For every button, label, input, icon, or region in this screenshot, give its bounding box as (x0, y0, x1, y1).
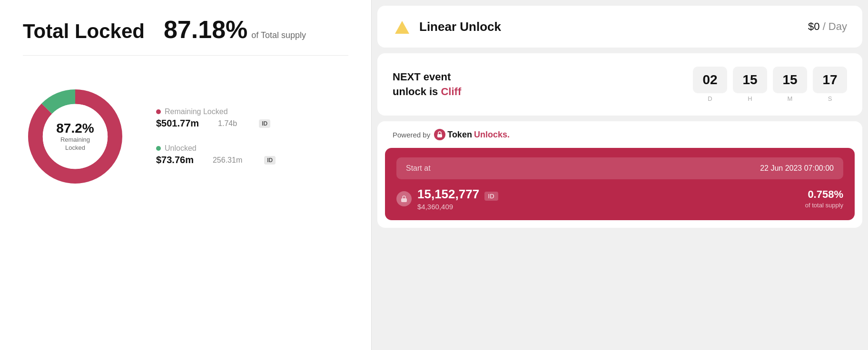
legend-item-unlocked: Unlocked $73.76m 256.31m ID (156, 144, 276, 165)
token-id-badge: ID (484, 192, 498, 201)
countdown-days: 02 D (693, 67, 727, 102)
donut-center: 87.2% RemainingLocked (56, 121, 94, 152)
powered-by-bar: Powered by Token Unlocks. (377, 121, 862, 148)
dot-locked (156, 109, 161, 114)
legend-unlocked-tokens: 256.31m (213, 156, 242, 165)
tu-brand-black: Token (447, 130, 472, 140)
countdown-hours-value: 15 (733, 67, 767, 93)
legend-unlocked-usd: $73.76m (156, 155, 194, 165)
start-at-value: 22 Jun 2023 07:00:00 (760, 164, 834, 173)
countdown-seconds: 17 S (813, 67, 847, 102)
token-pct-label: of total supply (805, 202, 843, 209)
countdown-hours: 15 H (733, 67, 767, 102)
token-icon (396, 191, 412, 206)
countdown-days-value: 02 (693, 67, 727, 93)
token-pct-value: 0.758% (805, 188, 843, 201)
linear-unlock-card: Linear Unlock $0 / Day (377, 6, 862, 48)
countdown-seconds-value: 17 (813, 67, 847, 93)
percentage-value: 87.18% (164, 15, 247, 44)
next-event-label: NEXT event unlock is Cliff (393, 70, 461, 99)
token-amount-main-row: 15,152,777 ID (417, 187, 799, 202)
countdown-hours-label: H (748, 95, 752, 102)
token-amount-row: 15,152,777 ID $4,360,409 0.758% of total… (396, 187, 843, 211)
dot-unlocked (156, 146, 161, 151)
percentage-label: of Total supply (251, 30, 306, 40)
unlock-detail-card: Start at 22 Jun 2023 07:00:00 15,152,777… (385, 148, 855, 220)
tokenunlocks-logo: Token Unlocks. (434, 129, 510, 140)
legend-locked-badge: ID (259, 119, 270, 128)
svg-rect-5 (437, 134, 442, 137)
next-event-card: NEXT event unlock is Cliff 02 D 15 H 15 … (377, 53, 862, 116)
token-pct-block: 0.758% of total supply (805, 188, 843, 209)
unlock-rate: $0 / Day (808, 20, 847, 33)
countdown-minutes-label: M (788, 95, 793, 102)
tu-logo-icon (434, 129, 445, 140)
token-unlocks-card: Powered by Token Unlocks. Start at 22 Ju… (377, 121, 862, 228)
legend-locked-values: $501.77m 1.74b ID (156, 118, 276, 129)
tu-brand-red: Unlocks. (474, 130, 510, 140)
powered-by-label: Powered by (393, 131, 430, 139)
legend-unlocked-values: $73.76m 256.31m ID (156, 155, 276, 165)
token-amount: 15,152,777 (417, 187, 479, 201)
left-content: 87.2% RemainingLocked Remaining Locked $… (23, 84, 348, 189)
token-usd: $4,360,409 (417, 203, 799, 211)
legend-locked-usd: $501.77m (156, 118, 199, 129)
token-lock-icon (400, 194, 408, 203)
svg-rect-6 (401, 198, 407, 202)
legend-locked-tokens: 1.74b (218, 119, 237, 128)
percentage-block: 87.18% of Total supply (164, 15, 306, 44)
linear-unlock-title: Linear Unlock (419, 19, 800, 34)
donut-percentage: 87.2% (56, 121, 94, 136)
tu-lock-icon (436, 131, 444, 138)
legend-locked-label: Remaining Locked (165, 107, 228, 116)
countdown-days-label: D (708, 95, 712, 102)
start-at-label: Start at (406, 164, 431, 173)
svg-marker-4 (395, 21, 409, 34)
legend-unlocked-badge: ID (264, 156, 276, 165)
token-amount-block: 15,152,777 ID $4,360,409 (417, 187, 799, 211)
countdown-seconds-label: S (828, 95, 832, 102)
donut-sublabel: RemainingLocked (56, 136, 94, 152)
countdown: 02 D 15 H 15 M 17 S (693, 67, 847, 102)
legend-unlocked-label-row: Unlocked (156, 144, 276, 153)
legend-unlocked-label: Unlocked (165, 144, 197, 153)
left-panel: Total Locked 87.18% of Total supply 87.2… (0, 0, 371, 350)
total-locked-title: Total Locked (23, 20, 145, 43)
start-at-row: Start at 22 Jun 2023 07:00:00 (396, 157, 843, 179)
countdown-minutes: 15 M (773, 67, 807, 102)
left-header: Total Locked 87.18% of Total supply (23, 15, 348, 56)
linear-unlock-icon (393, 17, 412, 36)
countdown-minutes-value: 15 (773, 67, 807, 93)
donut-chart: 87.2% RemainingLocked (23, 84, 128, 189)
right-panel: Linear Unlock $0 / Day NEXT event unlock… (372, 0, 868, 350)
cliff-label: Cliff (441, 86, 461, 97)
legend: Remaining Locked $501.77m 1.74b ID Unloc… (156, 107, 276, 165)
legend-locked-label-row: Remaining Locked (156, 107, 276, 116)
legend-item-locked: Remaining Locked $501.77m 1.74b ID (156, 107, 276, 129)
